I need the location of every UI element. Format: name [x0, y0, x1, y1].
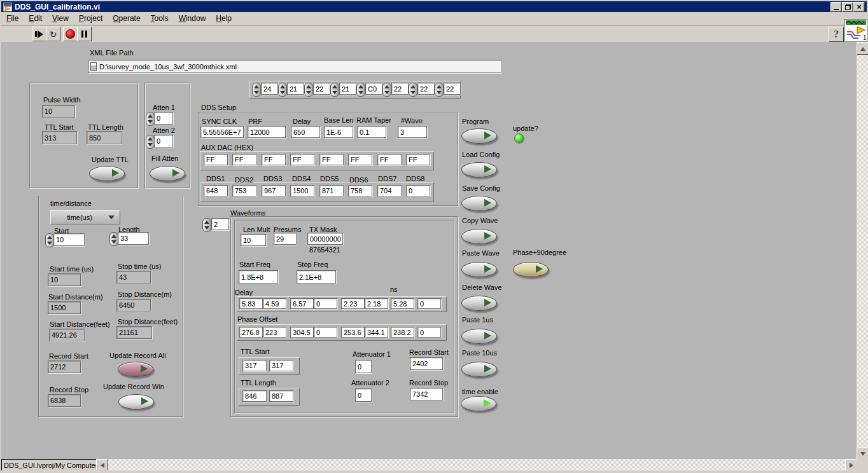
aux-dac-field-0[interactable]: FF: [204, 154, 228, 165]
menu-help[interactable]: Help: [211, 13, 237, 24]
scroll-up-button[interactable]: [857, 43, 868, 55]
stop-freq-field[interactable]: 2.1E+8: [297, 270, 336, 284]
menu-view[interactable]: View: [47, 13, 74, 24]
presums-field[interactable]: 29: [274, 233, 297, 245]
menu-tools[interactable]: Tools: [146, 13, 174, 24]
minimize-button[interactable]: [830, 2, 842, 12]
ram-taper-field[interactable]: 0.1: [357, 126, 386, 138]
aux-dac-field-4[interactable]: FF: [319, 154, 344, 165]
phase-offset-field-5[interactable]: 344.1: [365, 327, 388, 338]
wave-record-stop-field[interactable]: 7342: [410, 388, 443, 401]
tx-mask-field[interactable]: 00000000: [307, 233, 343, 245]
wave-record-start-field[interactable]: 2402: [410, 357, 443, 370]
project-tab[interactable]: DDS_GUI.lvproj/My Computer: [1, 459, 97, 471]
waveform-index-stepper[interactable]: [202, 218, 211, 232]
menu-window[interactable]: Window: [174, 13, 211, 24]
close-button[interactable]: ×: [853, 2, 865, 12]
aux-dac-field-5[interactable]: FF: [348, 154, 372, 165]
phase-offset-field-2[interactable]: 304.5: [290, 327, 314, 338]
abort-button[interactable]: [63, 27, 78, 41]
wave-delay-field-7[interactable]: 0: [417, 298, 441, 309]
vi-icon[interactable]: 1: [844, 19, 867, 42]
hex-stepper-6[interactable]: [409, 83, 417, 97]
wave-ttl-start-field-1[interactable]: 317: [269, 360, 293, 371]
horizontal-scrollbar[interactable]: [1, 459, 857, 470]
fill-atten-button[interactable]: [150, 166, 185, 181]
context-help-button[interactable]: ?: [829, 27, 844, 42]
aux-dac-field-6[interactable]: FF: [377, 154, 402, 165]
atten2-field[interactable]: 0: [154, 135, 173, 147]
hex-stepper-0[interactable]: [252, 83, 261, 97]
length-field[interactable]: 33: [118, 232, 149, 245]
delete-wave-button[interactable]: [461, 296, 497, 311]
atten1-stepper[interactable]: [146, 112, 155, 126]
pause-button[interactable]: [77, 27, 92, 41]
atten1-field[interactable]: 0: [154, 112, 173, 125]
paste-10us-button[interactable]: [461, 362, 497, 377]
time-distance-select[interactable]: time(us): [50, 210, 120, 224]
aux-dac-field-1[interactable]: FF: [232, 154, 256, 165]
phase-offset-field-1[interactable]: 223: [263, 327, 286, 338]
dds3-field[interactable]: 967: [262, 185, 286, 196]
phase-offset-field-7[interactable]: 0: [417, 327, 441, 338]
menu-operate[interactable]: Operate: [108, 13, 145, 24]
copy-wave-button[interactable]: [461, 229, 497, 244]
aux-dac-field-3[interactable]: FF: [290, 154, 314, 165]
hex-field-4[interactable]: C0: [365, 83, 382, 95]
scroll-left-button[interactable]: [96, 459, 108, 471]
update-record-win-button[interactable]: [118, 394, 154, 409]
sync-clk-field[interactable]: 5.55556E+7: [200, 126, 244, 138]
wave-ttl-length-field-1[interactable]: 887: [269, 390, 293, 402]
num-wave-field[interactable]: 3: [398, 126, 427, 138]
paste-wave-button[interactable]: [461, 262, 497, 277]
hex-field-3[interactable]: 21: [339, 83, 356, 95]
dds2-field[interactable]: 753: [232, 185, 256, 196]
dds5-field[interactable]: 871: [319, 185, 344, 196]
waveform-index-field[interactable]: 2: [211, 218, 229, 230]
restore-button[interactable]: [842, 2, 853, 12]
hex-field-5[interactable]: 22: [391, 83, 409, 95]
start-freq-field[interactable]: 1.8E+8: [239, 270, 278, 284]
hex-stepper-5[interactable]: [382, 83, 391, 97]
hex-stepper-7[interactable]: [435, 83, 444, 97]
menu-project[interactable]: Project: [74, 13, 108, 24]
scroll-right-button[interactable]: [845, 459, 857, 471]
hex-stepper-1[interactable]: [278, 83, 287, 97]
phase-offset-field-0[interactable]: 276.8: [239, 327, 263, 338]
wave-delay-field-1[interactable]: 4.59: [263, 298, 286, 309]
start-field[interactable]: 10: [53, 233, 85, 246]
aux-dac-field-2[interactable]: FF: [262, 154, 286, 165]
atten2-stepper[interactable]: [146, 135, 155, 149]
load-config-button[interactable]: [461, 162, 497, 177]
run-button[interactable]: [32, 27, 46, 41]
dds1-field[interactable]: 648: [204, 185, 228, 196]
wave-delay-field-3[interactable]: 0: [314, 298, 337, 309]
wave-delay-field-0[interactable]: 5.83: [239, 298, 263, 309]
hex-stepper-3[interactable]: [330, 83, 339, 97]
hex-field-0[interactable]: 24: [261, 83, 278, 95]
dds7-field[interactable]: 704: [377, 185, 402, 196]
phase-offset-field-4[interactable]: 253.6: [341, 327, 365, 338]
phase90-button[interactable]: [513, 262, 549, 277]
hex-field-6[interactable]: 22: [417, 83, 435, 95]
hex-field-1[interactable]: 21: [287, 83, 304, 95]
attenuator1-field[interactable]: 0: [355, 360, 372, 373]
hex-field-7[interactable]: 22: [444, 83, 461, 95]
vertical-scrollbar[interactable]: [857, 42, 868, 459]
update-ttl-button[interactable]: [89, 166, 125, 181]
attenuator2-field[interactable]: 0: [355, 388, 372, 402]
length-stepper[interactable]: [109, 232, 118, 246]
phase-offset-field-6[interactable]: 238.2: [391, 327, 414, 338]
wave-delay-field-5[interactable]: 2.18: [365, 298, 388, 309]
wave-ttl-start-field-0[interactable]: 317: [242, 360, 267, 371]
hex-stepper-2[interactable]: [304, 83, 313, 97]
time-enable-button[interactable]: [461, 396, 496, 411]
program-button[interactable]: [461, 128, 497, 144]
dds4-field[interactable]: 1500: [290, 185, 314, 196]
paste-1us-button[interactable]: [461, 329, 497, 344]
start-stepper[interactable]: [45, 233, 54, 247]
run-continuous-button[interactable]: ↻: [46, 27, 60, 41]
save-config-button[interactable]: [461, 196, 497, 211]
scroll-down-button[interactable]: [857, 448, 868, 460]
wave-delay-field-6[interactable]: 5.28: [391, 298, 414, 309]
